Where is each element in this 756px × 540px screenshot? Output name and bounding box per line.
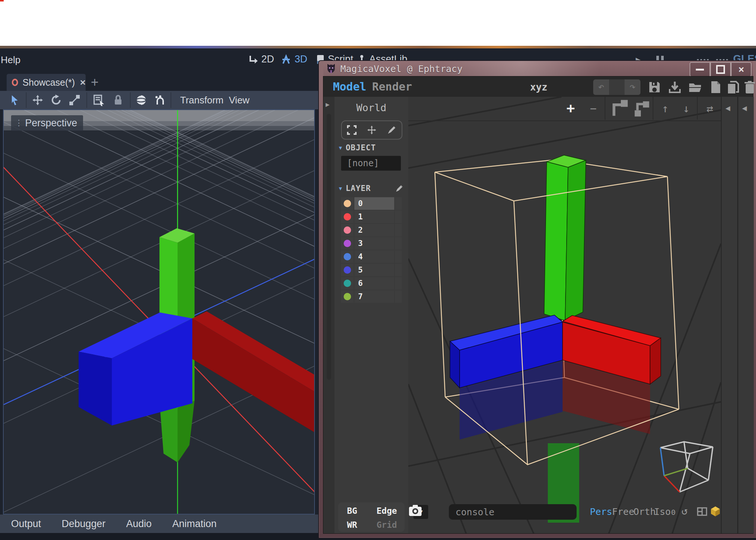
layer-color-swatch[interactable]	[341, 224, 354, 236]
swap-button[interactable]: ⇄	[699, 97, 721, 120]
object-section-header[interactable]: ▼ OBJECT	[339, 143, 376, 152]
scale-tool-icon[interactable]	[69, 94, 80, 106]
layer-visibility-cell[interactable]	[395, 264, 402, 276]
save-icon[interactable]	[647, 80, 662, 94]
remove-voxel-button[interactable]: −	[583, 97, 604, 120]
layer-color-swatch[interactable]	[341, 277, 354, 290]
layer-color-swatch[interactable]	[341, 237, 354, 250]
layer-number[interactable]: 6	[354, 277, 394, 290]
move-object-icon[interactable]	[367, 125, 377, 135]
layer-row-5[interactable]: 5	[341, 264, 402, 276]
move-up-button[interactable]: ↑	[655, 97, 676, 120]
scene-tab-close-icon[interactable]: ×	[80, 77, 86, 88]
rotate-tool-icon[interactable]	[50, 94, 62, 106]
redo-button[interactable]: ↷	[625, 79, 640, 95]
layer-section-header[interactable]: ▼ LAYER	[339, 184, 404, 193]
red-box-mesh[interactable]	[192, 311, 314, 437]
scene-tab-showcase[interactable]: Showcase(*) ×	[7, 74, 86, 91]
close-button[interactable]: ×	[731, 62, 752, 77]
object-collapse-icon[interactable]: ▼	[339, 145, 342, 151]
viewport-camera-menu[interactable]: ⋮ Perspective	[11, 115, 83, 131]
group-up-icon[interactable]	[610, 97, 630, 120]
layer-visibility-cell[interactable]	[395, 211, 402, 223]
layer-row-7[interactable]: 7	[341, 290, 402, 303]
group-down-icon[interactable]	[631, 97, 652, 120]
snap-toggle-icon[interactable]	[154, 94, 166, 106]
angle-counter[interactable]: 0	[671, 508, 676, 517]
toggle-bg[interactable]: BG	[347, 506, 357, 516]
mode-2d-button[interactable]: 2D	[248, 54, 274, 65]
paint-pen-icon[interactable]	[386, 125, 397, 135]
layer-row-1[interactable]: 1	[341, 211, 402, 223]
minimize-button[interactable]	[690, 62, 710, 77]
undo-button[interactable]: ↶	[593, 79, 609, 95]
layer-number[interactable]: 0	[354, 197, 394, 210]
layer-color-swatch[interactable]	[341, 290, 354, 303]
view-mode-pers[interactable]: Pers	[590, 506, 612, 517]
move-down-button[interactable]: ↓	[676, 97, 696, 120]
mesh-gizmo-icon[interactable]	[135, 94, 147, 106]
add-voxel-button[interactable]: +	[560, 97, 582, 120]
view-mode-iso[interactable]: Iso	[654, 506, 671, 517]
view-mode-orth[interactable]: Orth	[633, 506, 656, 517]
bottom-tab-audio[interactable]: Audio	[126, 518, 152, 530]
layer-visibility-cell[interactable]	[395, 277, 402, 290]
transform-menu[interactable]: Transform	[180, 95, 224, 106]
layer-visibility-cell[interactable]	[395, 197, 402, 210]
expand-panel-icon[interactable]: ▶	[326, 100, 330, 108]
expand-brush-icon[interactable]: ◀	[742, 103, 747, 113]
layer-number[interactable]: 7	[354, 290, 394, 303]
move-tool-icon[interactable]	[32, 94, 44, 106]
tab-model[interactable]: Model	[333, 80, 366, 93]
expand-palette-icon[interactable]: ◀	[725, 103, 730, 113]
godot-3d-viewport[interactable]: ⋮ Perspective	[3, 109, 315, 515]
layer-number[interactable]: 4	[354, 250, 394, 263]
layer-color-swatch[interactable]	[341, 197, 354, 210]
bottom-tab-debugger[interactable]: Debugger	[62, 518, 106, 530]
delete-icon[interactable]	[743, 80, 756, 94]
toggle-grid[interactable]: Grid	[377, 520, 397, 530]
new-document-icon[interactable]	[708, 80, 722, 94]
maximize-button[interactable]	[710, 62, 731, 77]
duplicate-icon[interactable]	[726, 80, 740, 94]
layer-row-2[interactable]: 2	[341, 224, 402, 236]
left-scrollbar[interactable]	[327, 114, 331, 380]
voxel-viewport[interactable]: + − ↑ ↓ ⇄ ▼	[408, 97, 721, 533]
open-folder-icon[interactable]	[688, 80, 702, 94]
layer-color-swatch[interactable]	[341, 211, 354, 223]
toggle-edge[interactable]: Edge	[377, 506, 397, 516]
layer-visibility-cell[interactable]	[395, 290, 402, 303]
lock-icon[interactable]	[112, 94, 124, 106]
help-menu[interactable]: Help	[1, 54, 20, 66]
voxel-shading-cube-icon[interactable]	[710, 506, 721, 517]
split-view-icon[interactable]	[697, 506, 707, 517]
layer-visibility-cell[interactable]	[395, 250, 402, 263]
view-menu[interactable]: View	[229, 95, 250, 106]
layer-number[interactable]: 1	[354, 211, 394, 223]
export-icon[interactable]	[668, 80, 682, 94]
layer-row-3[interactable]: 3	[341, 237, 402, 250]
layer-row-0[interactable]: 0	[341, 197, 402, 210]
console-input[interactable]	[449, 504, 577, 520]
toggle-wr[interactable]: WR	[347, 520, 357, 530]
frame-bounds-icon[interactable]	[347, 125, 357, 135]
layer-row-4[interactable]: 4	[341, 250, 402, 263]
magicavoxel-titlebar[interactable]: MagicaVoxel @ Ephtracy ×	[323, 61, 753, 76]
layer-visibility-cell[interactable]	[395, 237, 402, 250]
object-value-field[interactable]: [none]	[341, 156, 401, 171]
screenshot-camera-icon[interactable]	[408, 504, 422, 517]
green-voxel-column[interactable]	[544, 155, 586, 321]
select-tool-icon[interactable]	[9, 94, 21, 106]
new-scene-tab-button[interactable]: +	[91, 75, 99, 90]
reset-view-icon[interactable]: ↺	[681, 505, 688, 517]
layer-number[interactable]: 2	[354, 224, 394, 236]
world-panel-title[interactable]: World	[334, 102, 408, 113]
mode-3d-button[interactable]: 3D	[281, 54, 307, 65]
layer-number[interactable]: 3	[354, 237, 394, 250]
navigation-cube[interactable]	[660, 442, 713, 492]
layer-color-swatch[interactable]	[341, 264, 354, 276]
layer-collapse-icon[interactable]: ▼	[339, 185, 342, 191]
layer-visibility-cell[interactable]	[395, 224, 402, 236]
layer-edit-pencil-icon[interactable]	[395, 184, 404, 193]
view-mode-free[interactable]: Free	[612, 506, 634, 517]
